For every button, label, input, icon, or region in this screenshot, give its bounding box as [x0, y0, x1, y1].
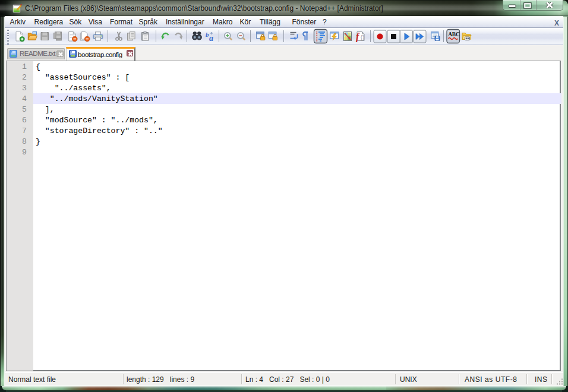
svg-text:{}: {} — [361, 34, 364, 40]
svg-text:ABC: ABC — [448, 31, 460, 37]
svg-text:a: a — [209, 34, 213, 43]
